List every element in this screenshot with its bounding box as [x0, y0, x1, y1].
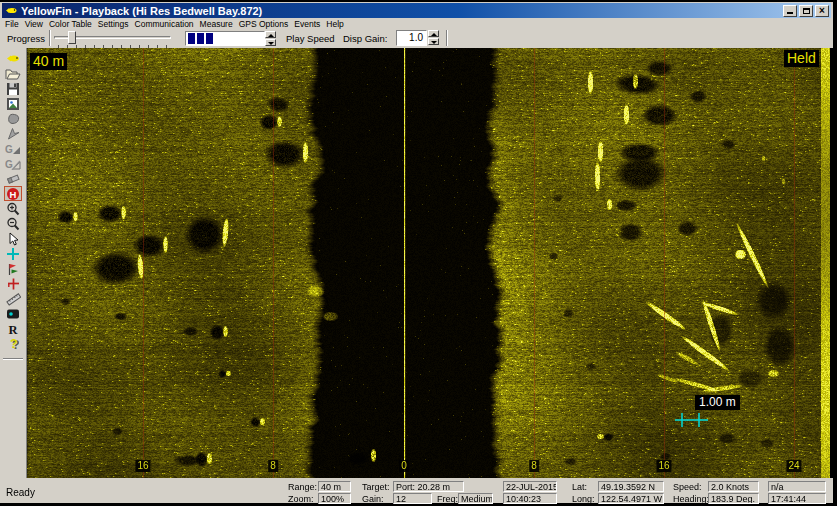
toolbar-separator: [446, 30, 448, 46]
progress-slider-thumb[interactable]: [68, 31, 76, 44]
status-freq-value: Medium: [458, 493, 493, 504]
status-target-value: Port: 20.28 m: [393, 481, 464, 492]
sonar-display[interactable]: 40 m Held 1.00 m 168081624: [27, 48, 833, 478]
measure-icon[interactable]: [4, 246, 22, 261]
zoom-out-icon[interactable]: [4, 216, 22, 231]
app-window: YellowFin - Playback (Hi Res Bedwell Bay…: [0, 2, 833, 503]
svg-text:H: H: [10, 188, 17, 199]
status-heading-label: Heading:: [673, 494, 709, 505]
eraser-icon[interactable]: [4, 171, 22, 186]
status-gain-value: 12: [393, 493, 432, 504]
status-bar: Ready Range:40 mTarget:Port: 20.28 m22-J…: [0, 478, 833, 503]
play-speed-bar: [185, 31, 265, 46]
status-target-label: Target:: [362, 482, 390, 493]
menu-view[interactable]: View: [22, 19, 46, 30]
gain-down-icon[interactable]: G: [4, 156, 22, 171]
menu-measure[interactable]: Measure: [197, 19, 236, 30]
hold-icon[interactable]: H: [4, 186, 22, 201]
status-date-value: 22-JUL-2015: [503, 481, 557, 492]
target-marker-icon[interactable]: [4, 276, 22, 291]
ruler-icon[interactable]: [4, 291, 22, 306]
zoom-in-icon[interactable]: [4, 201, 22, 216]
gain-up-icon[interactable]: G: [4, 141, 22, 156]
tool-palette: GGHR??: [0, 48, 27, 478]
toolbar-separator: [49, 30, 51, 46]
status-heading-value: 183.9 Deg.: [708, 493, 759, 504]
app-icon: [4, 5, 18, 16]
status-long-label: Long:: [572, 494, 595, 505]
status-clock-value: 17:41:44: [768, 493, 826, 504]
play-speed-label: Play Speed: [286, 33, 335, 44]
scale-tick-24: 24: [786, 460, 801, 472]
toolbar: Progress Play Speed Disp Gain: 1.0: [2, 29, 831, 48]
disp-gain-input[interactable]: 1.0: [396, 30, 427, 46]
help-icon[interactable]: ??: [4, 336, 22, 351]
scale-tick-16: 16: [656, 460, 671, 472]
menu-communication[interactable]: Communication: [132, 19, 197, 30]
progress-slider[interactable]: [54, 29, 171, 48]
scale-tick-8: 8: [529, 460, 539, 472]
status-zoom-value: 100%: [318, 493, 351, 504]
scale-tick-0: 0: [399, 460, 409, 472]
menu-color-table[interactable]: Color Table: [46, 19, 95, 30]
status-range-label: Range:: [288, 482, 317, 493]
svg-text:R: R: [9, 323, 19, 336]
status-time-value: 10:40:23: [503, 493, 557, 504]
restore-button[interactable]: [799, 5, 813, 17]
status-range-value: 40 m: [318, 481, 351, 492]
status-long-value: 122.54.4971 W: [598, 493, 664, 504]
menu-help[interactable]: Help: [323, 19, 346, 30]
waypoint-icon[interactable]: [4, 261, 22, 276]
measurement-marks: [27, 48, 833, 478]
open-file-icon[interactable]: [4, 66, 22, 81]
cursor-icon[interactable]: [4, 231, 22, 246]
scale-tick-8: 8: [268, 460, 278, 472]
held-status-label: Held: [784, 50, 819, 67]
app-fish-icon[interactable]: [4, 51, 22, 66]
range-scale-label: 40 m: [30, 53, 67, 70]
status-zoom-label: Zoom:: [288, 494, 314, 505]
minimize-button[interactable]: [783, 5, 797, 17]
progress-label: Progress: [7, 33, 45, 44]
save-icon[interactable]: [4, 81, 22, 96]
close-button[interactable]: ×: [815, 5, 829, 17]
status-speed-label: Speed:: [673, 482, 702, 493]
menu-gps-options[interactable]: GPS Options: [236, 19, 292, 30]
status-na-value: n/a: [768, 481, 826, 492]
polygon-icon[interactable]: [4, 111, 22, 126]
disp-gain-label: Disp Gain:: [343, 33, 387, 44]
save-image-icon[interactable]: [4, 96, 22, 111]
status-lat-value: 49.19.3592 N: [598, 481, 664, 492]
play-speed-spinner[interactable]: [265, 31, 276, 46]
menu-settings[interactable]: Settings: [95, 19, 132, 30]
svg-text:G: G: [5, 159, 13, 170]
record-icon[interactable]: R: [4, 321, 22, 336]
status-gain-label: Gain:: [362, 494, 384, 505]
svg-text:?: ?: [10, 337, 18, 351]
marker-icon[interactable]: [4, 306, 22, 321]
menu-events[interactable]: Events: [291, 19, 323, 30]
svg-text:G: G: [5, 144, 13, 155]
palette-separator: [3, 358, 23, 360]
window-title: YellowFin - Playback (Hi Res Bedwell Bay…: [21, 5, 262, 17]
status-lat-label: Lat:: [572, 482, 587, 493]
menu-file[interactable]: File: [2, 19, 22, 30]
scale-tick-16: 16: [135, 460, 150, 472]
title-bar[interactable]: YellowFin - Playback (Hi Res Bedwell Bay…: [2, 3, 831, 18]
ready-status: Ready: [6, 487, 35, 498]
measurement-label: 1.00 m: [695, 395, 740, 410]
status-speed-value: 2.0 Knots: [708, 481, 759, 492]
pointer-star-icon[interactable]: [4, 126, 22, 141]
disp-gain-spinner[interactable]: [428, 30, 439, 45]
status-freq-label: Freq:: [437, 494, 458, 505]
